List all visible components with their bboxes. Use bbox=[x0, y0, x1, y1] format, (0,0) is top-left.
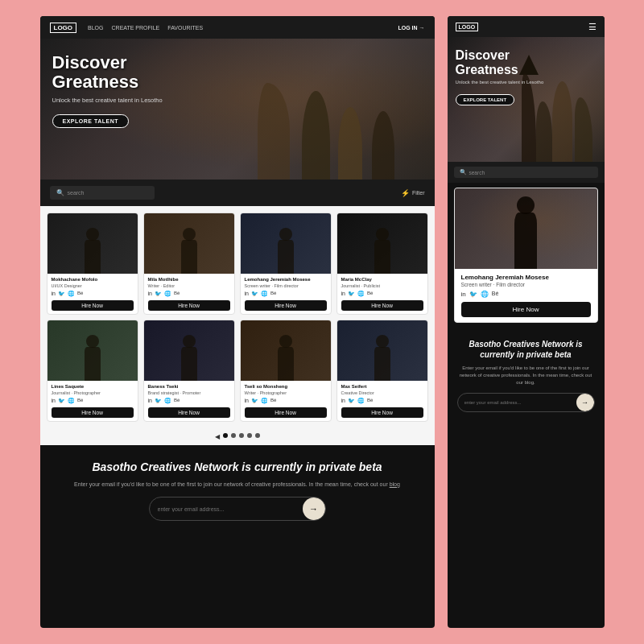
social-icons-mila: in 🐦 🌐 Bé bbox=[148, 291, 230, 297]
mobile-featured-role: Screen writer · Film director bbox=[461, 282, 591, 287]
hire-now-button-max[interactable]: Hire Now bbox=[341, 407, 423, 418]
linkedin-icon-4[interactable]: in bbox=[341, 291, 345, 297]
linkedin-icon-7[interactable]: in bbox=[245, 398, 249, 404]
hire-now-button-mokhachane[interactable]: Hire Now bbox=[52, 300, 134, 311]
hire-now-button-baness[interactable]: Hire Now bbox=[148, 407, 230, 418]
person-silhouette bbox=[85, 240, 101, 274]
linkedin-icon-3[interactable]: in bbox=[245, 291, 249, 297]
card-mokhachane: Mokhachane Mofolo UI/UX Designer in 🐦 🌐 … bbox=[47, 213, 138, 315]
person-silhouette-5 bbox=[85, 347, 101, 381]
search-input-wrapper[interactable]: 🔍 search bbox=[50, 186, 155, 200]
hire-now-button-maria[interactable]: Hire Now bbox=[341, 300, 423, 311]
mobile-search-area: 🔍 search bbox=[448, 162, 605, 183]
web-icon-4[interactable]: 🌐 bbox=[357, 291, 365, 297]
mobile-explore-button[interactable]: EXPLORE TALENT bbox=[456, 94, 515, 105]
behance-icon-4[interactable]: Bé bbox=[367, 291, 373, 297]
login-button[interactable]: LOG IN → bbox=[398, 25, 424, 31]
twitter-icon[interactable]: 🐦 bbox=[58, 291, 65, 297]
nav-favourites[interactable]: FAVOURITES bbox=[167, 25, 203, 31]
card-image-lines bbox=[47, 320, 138, 381]
social-icons-tseliso: in 🐦 🌐 Bé bbox=[245, 398, 327, 404]
page-dot-1[interactable] bbox=[223, 433, 228, 438]
desktop-cards-grid: Mokhachane Mofolo UI/UX Designer in 🐦 🌐 … bbox=[40, 206, 435, 428]
hire-now-button-tseliso[interactable]: Hire Now bbox=[245, 407, 327, 418]
mobile-email-input[interactable] bbox=[458, 397, 576, 408]
mobile-behance-icon[interactable]: Bé bbox=[492, 291, 499, 298]
card-role-maria: Journalist · Publicist bbox=[341, 283, 423, 288]
mobile-hero-content: Discover Greatness Unlock the best creat… bbox=[456, 48, 544, 105]
hamburger-icon[interactable]: ☰ bbox=[588, 22, 597, 32]
blog-link[interactable]: blog bbox=[390, 481, 400, 487]
twitter-icon-2[interactable]: 🐦 bbox=[155, 291, 162, 297]
card-role-tseliso: Writer · Photographer bbox=[245, 390, 327, 395]
mobile-email-submit[interactable]: → bbox=[576, 394, 594, 411]
mobile-featured-card-body: Lemohang Jeremiah Mosese Screen writer ·… bbox=[455, 269, 597, 322]
web-icon[interactable]: 🌐 bbox=[68, 291, 75, 297]
page-dot-4[interactable] bbox=[247, 433, 252, 438]
card-name-baness: Baness Tseki bbox=[148, 384, 230, 390]
nav-create-profile[interactable]: CREATE PROFILE bbox=[112, 25, 160, 31]
web-icon-6[interactable]: 🌐 bbox=[164, 398, 171, 404]
mobile-beta-title: Basotho Creatives Network is currently i… bbox=[457, 339, 595, 360]
behance-icon[interactable]: Bé bbox=[77, 291, 83, 297]
search-icon: 🔍 bbox=[56, 189, 64, 196]
linkedin-icon-2[interactable]: in bbox=[148, 291, 152, 297]
page-dot-5[interactable] bbox=[255, 433, 260, 438]
hire-now-button-lines[interactable]: Hire Now bbox=[52, 407, 134, 418]
social-icons-lemohang: in 🐦 🌐 Bé bbox=[245, 291, 327, 297]
hire-now-button-mila[interactable]: Hire Now bbox=[148, 300, 230, 311]
behance-icon-3[interactable]: Bé bbox=[270, 291, 276, 297]
behance-icon-7[interactable]: Bé bbox=[270, 398, 276, 404]
twitter-icon-7[interactable]: 🐦 bbox=[251, 398, 258, 404]
mobile-twitter-icon[interactable]: 🐦 bbox=[469, 291, 477, 298]
hire-now-button-lemohang[interactable]: Hire Now bbox=[245, 300, 327, 311]
linkedin-icon-8[interactable]: in bbox=[341, 398, 345, 404]
mobile-person-silhouette bbox=[502, 192, 550, 269]
twitter-icon-6[interactable]: 🐦 bbox=[155, 398, 162, 404]
email-submit-button[interactable]: → bbox=[303, 497, 325, 520]
mobile-view: LOGO ☰ Discover Greatness Unlock the bes… bbox=[448, 16, 605, 628]
card-lemohang: Lemohang Jeremiah Mosese Screen writer ·… bbox=[240, 213, 332, 315]
prev-arrow[interactable]: ◀ bbox=[215, 433, 220, 440]
card-image-mokhachane bbox=[47, 213, 138, 274]
search-placeholder: search bbox=[68, 190, 85, 196]
card-max: Max Seifert Creative Director in 🐦 🌐 Bé … bbox=[336, 320, 428, 422]
behance-icon-2[interactable]: Bé bbox=[174, 291, 180, 297]
twitter-icon-5[interactable]: 🐦 bbox=[58, 398, 65, 404]
figure-3 bbox=[372, 111, 394, 180]
web-icon-5[interactable]: 🌐 bbox=[68, 398, 75, 404]
mobile-person-head bbox=[517, 196, 535, 214]
desktop-beta-section: Basotho Creatives Network is currently i… bbox=[40, 445, 435, 533]
mobile-linkedin-icon[interactable]: in bbox=[461, 291, 466, 298]
linkedin-icon-5[interactable]: in bbox=[52, 398, 56, 404]
web-icon-8[interactable]: 🌐 bbox=[357, 398, 365, 404]
linkedin-icon-6[interactable]: in bbox=[148, 398, 152, 404]
web-icon-7[interactable]: 🌐 bbox=[261, 398, 268, 404]
twitter-icon-3[interactable]: 🐦 bbox=[251, 291, 258, 297]
filter-button[interactable]: ⚡ Filter bbox=[401, 189, 425, 197]
figure-4 bbox=[258, 83, 290, 180]
web-icon-2[interactable]: 🌐 bbox=[164, 291, 171, 297]
nav-blog[interactable]: BLOG bbox=[88, 25, 103, 31]
card-role-max: Creative Director bbox=[341, 390, 423, 395]
card-image-mila bbox=[144, 213, 234, 274]
page-dot-3[interactable] bbox=[239, 433, 244, 438]
twitter-icon-4[interactable]: 🐦 bbox=[348, 291, 355, 297]
linkedin-icon[interactable]: in bbox=[52, 291, 56, 297]
page-dot-2[interactable] bbox=[231, 433, 236, 438]
behance-icon-6[interactable]: Bé bbox=[174, 398, 180, 404]
mobile-hire-now-button[interactable]: Hire Now bbox=[461, 302, 591, 317]
mobile-email-form: → bbox=[457, 393, 595, 412]
explore-talent-button[interactable]: EXPLORE TALENT bbox=[52, 114, 129, 128]
mobile-web-icon[interactable]: 🌐 bbox=[481, 291, 489, 298]
card-role-mokhachane: UI/UX Designer bbox=[52, 283, 134, 288]
mobile-search-input[interactable]: 🔍 search bbox=[454, 167, 598, 178]
card-mila: Mila Motlhibe Writer · Editor in 🐦 🌐 Bé … bbox=[143, 213, 235, 315]
web-icon-3[interactable]: 🌐 bbox=[261, 291, 268, 297]
behance-icon-5[interactable]: Bé bbox=[77, 398, 83, 404]
twitter-icon-8[interactable]: 🐦 bbox=[348, 398, 355, 404]
behance-icon-8[interactable]: Bé bbox=[367, 398, 373, 404]
email-input[interactable] bbox=[150, 502, 303, 516]
social-icons-baness: in 🐦 🌐 Bé bbox=[148, 398, 230, 404]
beta-title: Basotho Creatives Network is currently i… bbox=[72, 460, 402, 474]
